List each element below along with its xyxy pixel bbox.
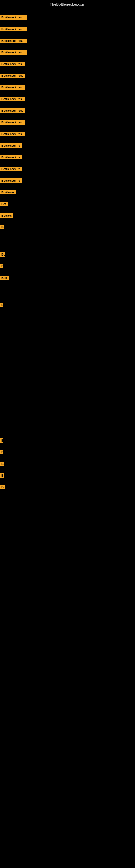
bottleneck-badge: Bottleneck resu [0,132,25,136]
bottleneck-badge: B [0,438,3,443]
bottleneck-badge: Bottlen [0,214,13,218]
bottleneck-badge: Bot [0,202,8,206]
bottleneck-badge: Bottleneck result [0,27,27,31]
bottleneck-badge: Bottleneck re [0,179,21,183]
bottleneck-badge: Bottleneck result [0,15,27,20]
bottleneck-badge: Bottleneck result [0,38,27,43]
bottleneck-badge: Bottleneck resu [0,97,25,101]
bottleneck-badge: B [0,462,4,466]
bottleneck-badge: Bottleneck result [0,50,27,55]
bottleneck-badge: Bottleneck resu [0,120,25,124]
bottleneck-badge: Bottleneck re [0,155,21,159]
bottleneck-badge: Bottleneck re [0,144,21,148]
site-title: TheBottlenecker.com [0,1,135,8]
bottleneck-badge: Bottleneck resu [0,62,25,66]
bottleneck-badge: Bottleneck re [0,167,21,171]
bottleneck-badge: B [0,225,4,229]
bottleneck-badge: B [0,303,3,307]
bottleneck-badge: Bott [0,276,9,280]
bottleneck-badge: Bottleneck resu [0,85,25,90]
bottleneck-badge: Bottleneck resu [0,73,25,78]
bottleneck-badge: Bo [0,485,5,489]
bottleneck-badge: B [0,450,3,454]
bottleneck-badge: Bo [0,252,5,257]
bottleneck-badge: Bottleneck resu [0,108,25,113]
bottleneck-badge: B [0,264,3,268]
bottleneck-badge: B [0,473,4,478]
bottleneck-badge: Bottlenec [0,190,16,194]
